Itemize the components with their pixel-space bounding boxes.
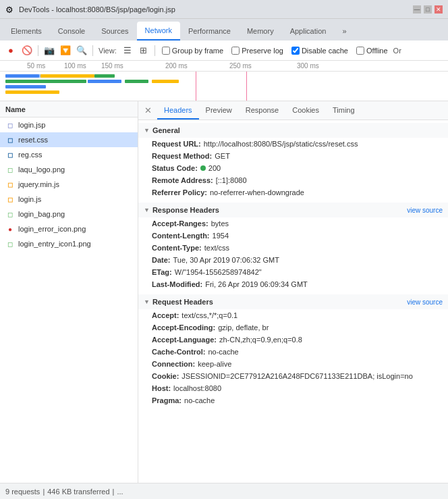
detail-tab-cookies[interactable]: Cookies <box>285 102 326 120</box>
search-button[interactable]: 🔍 <box>75 44 88 57</box>
remote-address-key: Remote Address: <box>152 176 213 184</box>
file-icon-img-2: ◻ <box>5 209 15 219</box>
remote-address-val: [::1]:8080 <box>216 176 247 184</box>
accept-encoding-row: Accept-Encoding: gzip, deflate, br <box>138 323 448 335</box>
toolbar-divider-2 <box>92 45 93 56</box>
status-code-row: Status Code: 200 <box>138 163 448 176</box>
file-item-login-js[interactable]: ◻ login.js <box>0 192 138 207</box>
preserve-log-checkbox-label[interactable]: Preserve log <box>231 47 283 55</box>
response-headers-view-source[interactable]: view source <box>407 207 443 214</box>
record-button[interactable]: ● <box>4 44 18 57</box>
title-bar: ⚙ DevTools - localhost:8080/BS/jsp/page/… <box>0 0 448 19</box>
request-method-val: GET <box>215 152 230 160</box>
request-headers-section-header[interactable]: ▼ Request Headers view source <box>138 294 448 309</box>
referrer-policy-row: Referrer Policy: no-referrer-when-downgr… <box>138 188 448 200</box>
request-url-val: http://localhost:8080/BS/jsp/static/css/… <box>204 140 358 148</box>
tab-sources[interactable]: Sources <box>93 22 136 41</box>
group-by-frame-checkbox-label[interactable]: Group by frame <box>162 47 223 55</box>
response-headers-section-body: Accept-Ranges: bytes Content-Length: 195… <box>138 217 448 294</box>
request-headers-section-body: Accept: text/css,*/*;q=0.1 Accept-Encodi… <box>138 309 448 411</box>
referrer-policy-val: no-referrer-when-downgrade <box>210 188 304 196</box>
request-url-row: Request URL: http://localhost:8080/BS/js… <box>138 139 448 151</box>
timeline-bar <box>40 74 94 78</box>
last-modified-row: Last-Modified: Fri, 26 Apr 2019 06:09:34… <box>138 280 448 292</box>
timeline-bar <box>5 90 59 94</box>
status-dot <box>200 165 206 171</box>
view-grid-button[interactable]: ⊞ <box>137 44 150 57</box>
file-item-login-bag[interactable]: ◻ login_bag.png <box>0 207 138 221</box>
request-method-key: Request Method: <box>152 152 212 160</box>
detail-tab-timing[interactable]: Timing <box>326 102 362 120</box>
tab-performance[interactable]: Performance <box>180 22 239 41</box>
close-button[interactable]: ✕ <box>435 5 443 14</box>
detail-tab-headers[interactable]: Headers <box>157 102 199 120</box>
camera-button[interactable]: 📷 <box>43 44 56 57</box>
file-icon-img: ◻ <box>5 165 15 174</box>
timeline-bar <box>5 85 46 88</box>
status-separator-2: | <box>113 488 115 496</box>
tab-network[interactable]: Network <box>137 22 180 41</box>
tab-application[interactable]: Application <box>282 22 335 41</box>
maximize-button[interactable]: □ <box>424 5 432 14</box>
request-method-row: Request Method: GET <box>138 151 448 163</box>
main-panel: Name ◻ login.jsp ◻ reset.css ◻ reg.css ◻… <box>0 101 448 483</box>
or-label: Or <box>393 47 401 55</box>
offline-checkbox[interactable] <box>356 47 364 55</box>
host-row: Host: localhost:8080 <box>138 384 448 396</box>
file-item-login-entry-icon[interactable]: ◻ login_entry_icon1.png <box>0 236 138 251</box>
detail-close-button[interactable]: ✕ <box>141 104 155 117</box>
minimize-button[interactable]: — <box>413 5 421 14</box>
timeline-bar <box>88 80 121 83</box>
response-headers-section-header[interactable]: ▼ Response Headers view source <box>138 203 448 217</box>
tab-more[interactable]: » <box>334 22 354 41</box>
timeline-bars <box>0 72 448 101</box>
detail-tab-preview[interactable]: Preview <box>199 102 239 120</box>
tab-console[interactable]: Console <box>50 22 93 41</box>
referrer-policy-key: Referrer Policy: <box>152 188 207 196</box>
view-list-button[interactable]: ☰ <box>121 44 134 57</box>
main-tabs-bar: Elements Console Sources Network Perform… <box>0 19 448 41</box>
tab-memory[interactable]: Memory <box>239 22 282 41</box>
group-by-frame-checkbox[interactable] <box>162 47 170 55</box>
file-item-reg-css[interactable]: ◻ reg.css <box>0 147 138 162</box>
general-collapse-icon: ▼ <box>144 127 150 134</box>
detail-tab-response[interactable]: Response <box>239 102 286 120</box>
status-code-key: Status Code: <box>152 164 198 172</box>
clear-button[interactable]: 🚫 <box>20 44 34 57</box>
general-section-header[interactable]: ▼ General <box>138 123 448 138</box>
request-url-key: Request URL: <box>152 140 201 148</box>
window-controls: — □ ✕ <box>413 5 443 14</box>
file-item-jquery[interactable]: ◻ jquery.min.js <box>0 177 138 192</box>
ruler-mark-150: 150 ms <box>101 62 123 70</box>
timeline-bar <box>125 80 148 83</box>
file-icon-css-2: ◻ <box>5 150 15 159</box>
network-toolbar: ● 🚫 📷 🔽 🔍 View: ☰ ⊞ Group by frame Prese… <box>0 41 448 61</box>
detail-panel: ✕ Headers Preview Response Cookies Timin… <box>138 101 448 483</box>
file-icon-img-3: ◻ <box>5 239 15 248</box>
disable-cache-checkbox[interactable] <box>291 47 300 55</box>
file-icon-js-2: ◻ <box>5 194 15 204</box>
ruler-mark-300: 300 ms <box>297 62 319 70</box>
disable-cache-checkbox-label[interactable]: Disable cache <box>291 47 348 55</box>
status-ellipsis: ... <box>117 488 123 496</box>
remote-address-row: Remote Address: [::1]:8080 <box>138 176 448 188</box>
filter-button[interactable]: 🔽 <box>59 44 72 57</box>
file-icon-err: ● <box>5 224 15 234</box>
file-item-reset-css[interactable]: ◻ reset.css <box>0 132 138 147</box>
file-item-login-error-icon[interactable]: ● login_error_icon.png <box>0 221 138 236</box>
accept-row: Accept: text/css,*/*;q=0.1 <box>138 311 448 323</box>
tab-elements[interactable]: Elements <box>3 22 50 41</box>
file-item-laqu-logo[interactable]: ◻ laqu_logo.png <box>0 162 138 177</box>
request-headers-view-source[interactable]: view source <box>407 298 443 306</box>
offline-checkbox-label[interactable]: Offline <box>356 47 388 55</box>
detail-tabs-bar: ✕ Headers Preview Response Cookies Timin… <box>138 101 448 120</box>
file-item-login-jsp[interactable]: ◻ login.jsp <box>0 117 138 132</box>
status-code-val: 200 <box>208 164 221 172</box>
cookie-row: Cookie: JSESSIONID=2CE77912A216A248FDC67… <box>138 371 448 384</box>
timeline-bar <box>152 80 179 83</box>
status-bar: 9 requests | 446 KB transferred | ... <box>0 483 448 499</box>
status-separator-1: | <box>43 488 45 496</box>
network-timeline[interactable]: 50 ms 100 ms 150 ms 200 ms 250 ms 300 ms <box>0 61 448 101</box>
preserve-log-checkbox[interactable] <box>231 47 240 55</box>
ruler-mark-50: 50 ms <box>27 62 45 70</box>
